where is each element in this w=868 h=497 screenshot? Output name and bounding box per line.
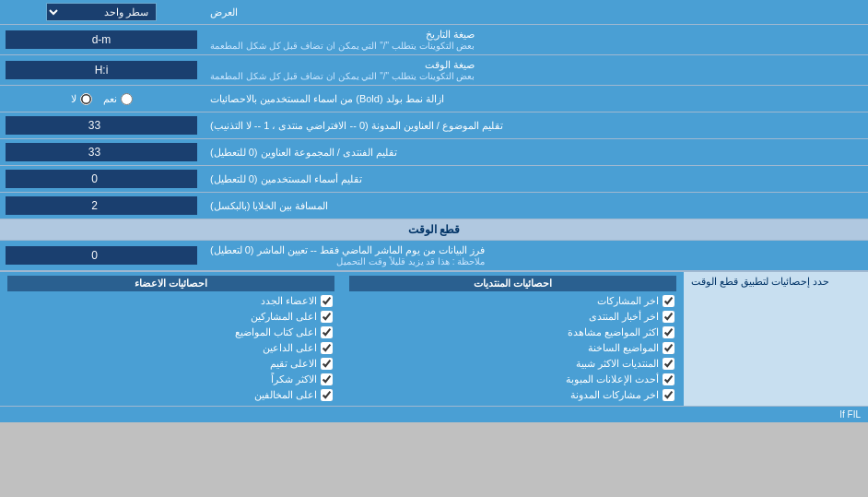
date-format-label: صيغة التاريخ بعض التكوينات يتطلب "/" الت…	[203, 25, 868, 54]
checkbox-item-1[interactable]	[663, 295, 674, 307]
list-item: الاكثر شكراً	[7, 373, 334, 386]
username-trim-label: تقليم أسماء المستخدمين (0 للتعطيل)	[203, 166, 868, 192]
main-container: العرض سطر واحدسطرينثلاثة أسطر صيغة التار…	[0, 0, 868, 422]
list-item: المواضيع الساخنة	[349, 341, 676, 355]
time-cut-input-cell	[0, 241, 203, 270]
cell-spacing-input-cell	[0, 193, 203, 219]
list-item: اخر المشاركات	[349, 294, 676, 308]
time-cut-row: فرز البيانات من يوم الماشر الماضي فقط --…	[0, 241, 868, 271]
time-format-row: صيغة الوقت بعض التكوينات يتطلب "/" التي …	[0, 55, 868, 86]
members-checkbox-group: الاعضاء الجدد اعلى المشاركين اعلى كتاب ا…	[7, 294, 334, 402]
checkbox-item-3[interactable]	[663, 326, 674, 338]
forum-trim-row: تقليم الفنتدى / المجموعة العناوين (0 للت…	[0, 139, 868, 166]
checkbox-mem-3[interactable]	[321, 326, 333, 338]
list-item: اخر مشاركات المدونة	[349, 388, 676, 402]
radio-no-label[interactable]: لا	[71, 93, 92, 105]
checkbox-mem-6[interactable]	[321, 373, 333, 385]
checkbox-item-6[interactable]	[663, 373, 674, 385]
header-row: العرض سطر واحدسطرينثلاثة أسطر	[0, 0, 868, 25]
subject-trim-row: تقليم الموضوع / العناوين المدونة (0 -- ا…	[0, 112, 868, 139]
checkbox-item-7[interactable]	[663, 389, 674, 401]
username-trim-input-cell	[0, 166, 203, 192]
date-format-row: صيغة التاريخ بعض التكوينات يتطلب "/" الت…	[0, 25, 868, 55]
time-cut-header: قطع الوقت	[0, 219, 868, 241]
list-item: اعلى المشاركين	[7, 310, 334, 324]
bottom-hint: If FIL	[0, 406, 868, 422]
forum-trim-input[interactable]	[6, 143, 197, 161]
radio-no[interactable]	[80, 93, 92, 105]
forum-trim-label: تقليم الفنتدى / المجموعة العناوين (0 للت…	[203, 139, 868, 165]
date-format-input-cell	[0, 25, 203, 54]
checkbox-mem-7[interactable]	[321, 389, 333, 401]
time-format-input[interactable]	[6, 61, 197, 79]
list-item: اعلى كتاب المواضيع	[7, 325, 334, 339]
stats-section: حدد إحصائيات لتطبيق قطع الوقت احصائيات ا…	[0, 271, 868, 406]
username-trim-row: تقليم أسماء المستخدمين (0 للتعطيل)	[0, 166, 868, 193]
time-format-label: صيغة الوقت بعض التكوينات يتطلب "/" التي …	[203, 55, 868, 85]
subject-trim-input[interactable]	[6, 116, 197, 135]
date-format-input[interactable]	[6, 30, 197, 49]
list-item: اعلى المخالفين	[7, 388, 334, 402]
checkbox-item-5[interactable]	[663, 358, 674, 370]
cell-spacing-input[interactable]	[6, 196, 197, 215]
list-item: اخر أخبار المنتدى	[349, 310, 676, 324]
checkbox-mem-1[interactable]	[321, 295, 333, 307]
time-cut-input[interactable]	[6, 246, 197, 265]
checkbox-item-2[interactable]	[663, 311, 674, 323]
subject-trim-input-cell	[0, 112, 203, 138]
list-item: الاعضاء الجدد	[7, 294, 334, 308]
lines-select[interactable]: سطر واحدسطرينثلاثة أسطر	[46, 3, 157, 21]
forums-stats-header: احصائيات المنتديات	[349, 276, 676, 291]
select-cell: سطر واحدسطرينثلاثة أسطر	[0, 0, 203, 24]
bold-remove-label: ازالة نمط بولد (Bold) من اسماء المستخدمي…	[203, 86, 868, 112]
radio-yes-label[interactable]: نعم	[103, 93, 133, 105]
header-label: العرض	[203, 0, 868, 24]
username-trim-input[interactable]	[6, 170, 197, 188]
list-item: اكثر المواضيع مشاهدة	[349, 325, 676, 339]
time-cut-header-row: قطع الوقت	[0, 219, 868, 241]
list-item: أحدث الإعلانات المبوبة	[349, 373, 676, 386]
cell-spacing-row: المسافة بين الخلايا (بالبكسل)	[0, 193, 868, 219]
list-item: اعلى الداعين	[7, 341, 334, 355]
list-item: الاعلى تقيم	[7, 357, 334, 371]
forum-trim-input-cell	[0, 139, 203, 165]
checkbox-item-4[interactable]	[663, 342, 674, 354]
members-stats-header: احصائيات الاعضاء	[7, 276, 334, 291]
radio-yes[interactable]	[121, 93, 133, 105]
checkbox-mem-5[interactable]	[321, 358, 333, 370]
forums-checkbox-group: اخر المشاركات اخر أخبار المنتدى اكثر الم…	[349, 294, 676, 402]
forums-stats-col: احصائيات المنتديات اخر المشاركات اخر أخب…	[342, 272, 684, 406]
list-item: المنتديات الاكثر شبية	[349, 357, 676, 371]
subject-trim-label: تقليم الموضوع / العناوين المدونة (0 -- ا…	[203, 112, 868, 138]
checkbox-mem-2[interactable]	[321, 311, 333, 323]
cell-spacing-label: المسافة بين الخلايا (بالبكسل)	[203, 193, 868, 219]
filter-label: حدد إحصائيات لتطبيق قطع الوقت	[684, 272, 868, 406]
members-stats-col: احصائيات الاعضاء الاعضاء الجدد اعلى المش…	[0, 272, 342, 406]
time-cut-label: فرز البيانات من يوم الماشر الماضي فقط --…	[203, 241, 868, 270]
bold-remove-row: ازالة نمط بولد (Bold) من اسماء المستخدمي…	[0, 86, 868, 112]
bold-remove-radio-cell: نعم لا	[0, 86, 203, 112]
time-format-input-cell	[0, 55, 203, 85]
checkbox-mem-4[interactable]	[321, 342, 333, 354]
